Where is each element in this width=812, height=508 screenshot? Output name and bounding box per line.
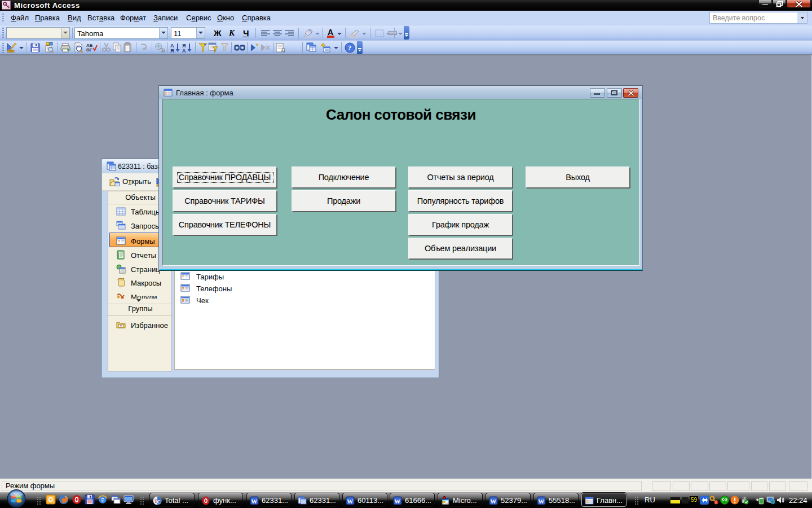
svg-text:!: !	[716, 501, 717, 505]
svg-text:W: W	[394, 498, 400, 505]
svg-text:W: W	[490, 498, 496, 505]
svg-text:W: W	[347, 498, 353, 505]
svg-text:Я: Я	[182, 43, 186, 49]
svg-text:Я: Я	[170, 48, 174, 53]
svg-text:А: А	[170, 43, 174, 49]
svg-text:C: C	[157, 499, 161, 505]
svg-text:W: W	[251, 498, 257, 505]
svg-text:*: *	[256, 43, 258, 49]
svg-text:ВГ: ВГ	[86, 47, 92, 52]
svg-text:W: W	[538, 498, 544, 505]
svg-text:?: ?	[348, 44, 351, 52]
svg-text:А: А	[182, 48, 186, 53]
svg-text:O: O	[48, 496, 54, 503]
